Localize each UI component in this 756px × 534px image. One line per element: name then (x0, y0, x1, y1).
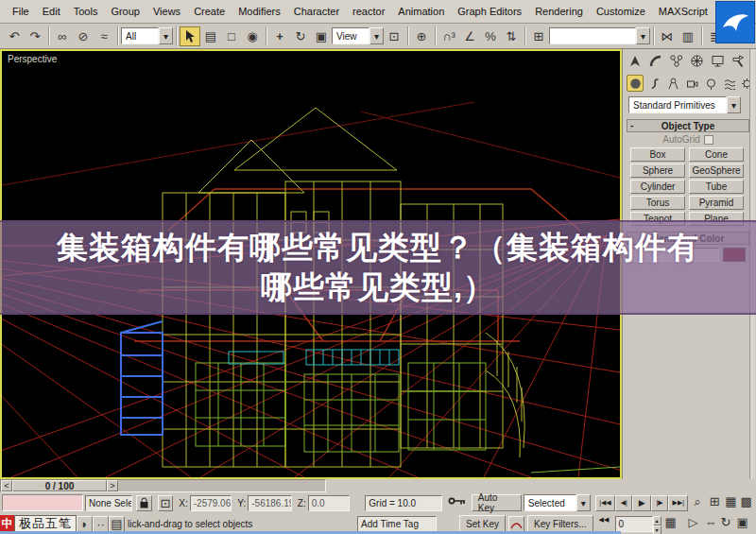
z-coordinate-field[interactable]: 0.0 (308, 495, 351, 511)
default-tangent-icon[interactable] (508, 516, 524, 532)
primitive-tube-button[interactable]: Tube (689, 180, 744, 194)
category-lights[interactable] (664, 75, 681, 92)
menu-maxscript[interactable]: MAXScript (652, 3, 714, 20)
primitive-pyramid-button[interactable]: Pyramid (689, 196, 744, 210)
key-filters-button[interactable]: Key Filters... (527, 515, 593, 532)
pan-icon[interactable]: ⇔ (705, 516, 721, 532)
chevron-down-icon[interactable]: ▾ (636, 27, 650, 44)
field-of-view-icon[interactable]: ▷ (689, 516, 705, 532)
tab-modify[interactable] (645, 51, 665, 70)
tab-display[interactable] (708, 51, 728, 70)
frame-forward-button[interactable]: > (107, 480, 118, 491)
spin-up-icon[interactable]: ▴ (653, 516, 662, 525)
ime-language-icon[interactable]: 中 (0, 515, 14, 533)
play-button[interactable]: ▶ (632, 495, 650, 511)
angle-snap-icon[interactable]: ∠ (459, 26, 480, 46)
add-time-tag[interactable]: Add Time Tag (357, 516, 437, 532)
spinner-snap-icon[interactable]: ⇅ (501, 26, 522, 46)
tab-utilities[interactable] (729, 51, 748, 70)
undo-icon[interactable]: ↶ (4, 26, 25, 46)
menu-reactor[interactable]: reactor (346, 3, 391, 20)
chevron-down-icon[interactable]: ▾ (369, 27, 384, 44)
scale-icon[interactable]: ▣ (311, 26, 332, 46)
menu-character[interactable]: Character (287, 3, 346, 20)
primitive-cone-button[interactable]: Cone (689, 147, 744, 162)
current-frame-field[interactable]: 0 (615, 516, 653, 532)
menu-modifiers[interactable]: Modifiers (232, 3, 287, 20)
select-object-button[interactable] (180, 26, 200, 46)
reference-coordinate-dropdown[interactable]: View ▾ (332, 27, 384, 44)
tab-create[interactable] (625, 51, 644, 70)
viewport-label[interactable]: Perspective (8, 54, 57, 64)
menu-file[interactable]: File (6, 3, 36, 20)
chevron-down-icon[interactable]: ▾ (576, 494, 591, 511)
zoom-icon[interactable]: ⌕ (694, 495, 709, 511)
menu-rendering[interactable]: Rendering (528, 3, 590, 20)
x-coordinate-field[interactable]: -2579.063 (190, 495, 232, 511)
move-icon[interactable]: + (269, 26, 290, 46)
ime-name-box[interactable]: 极品五笔 (14, 515, 77, 533)
ime-keyboard-icon[interactable]: ▤ (109, 516, 125, 532)
category-helpers[interactable] (702, 75, 719, 92)
absolute-offset-toggle[interactable]: ⊡ (158, 495, 173, 511)
circle-selection-region-icon[interactable]: ◉ (242, 26, 263, 46)
autogrid-checkbox[interactable] (704, 135, 713, 145)
zoom-extents-icon[interactable]: ▦ (725, 495, 740, 511)
primitive-torus-button[interactable]: Torus (630, 196, 685, 210)
category-spacewarps[interactable] (721, 75, 738, 92)
bind-spacewarp-icon[interactable]: ≈ (94, 26, 114, 46)
menu-create[interactable]: Create (187, 3, 232, 20)
key-mode-toggle-icon[interactable]: ◀◀ (599, 516, 615, 532)
bird-app-icon[interactable] (715, 1, 755, 43)
key-selection-dropdown[interactable]: Selected ▾ (524, 494, 591, 511)
tab-motion[interactable] (687, 51, 707, 70)
set-key-icon[interactable] (448, 495, 468, 511)
selection-lock-icon[interactable] (136, 495, 151, 511)
zoom-all-icon[interactable]: ⊞ (710, 495, 725, 511)
menu-tools[interactable]: Tools (67, 3, 105, 20)
redo-icon[interactable]: ↷ (25, 26, 45, 46)
time-configuration-icon[interactable]: ▦ (665, 516, 681, 532)
chevron-down-icon[interactable]: ▾ (727, 96, 741, 113)
mirror-icon[interactable]: ⋈ (657, 26, 678, 46)
select-manipulate-icon[interactable]: ⊕ (411, 26, 432, 46)
primitive-box-button[interactable]: Box (630, 147, 685, 162)
next-frame-button[interactable]: |▶ (651, 495, 668, 511)
primitive-geosphere-button[interactable]: GeoSphere (689, 164, 744, 178)
time-slider-handle[interactable]: 0 / 100 (12, 480, 107, 491)
menu-customize[interactable]: Customize (590, 3, 652, 20)
ime-punctuation-icon[interactable]: ·· (93, 516, 109, 532)
maxscript-mini-listener[interactable] (2, 494, 83, 511)
frame-spinner[interactable]: ▴ ▾ (653, 516, 662, 532)
previous-frame-button[interactable]: ◀| (615, 495, 632, 511)
percent-snap-icon[interactable]: % (480, 26, 501, 46)
object-type-rollout-header[interactable]: - Object Type (627, 119, 749, 132)
primitive-cylinder-button[interactable]: Cylinder (630, 180, 685, 194)
menu-group[interactable]: Group (104, 3, 146, 20)
menu-edit[interactable]: Edit (36, 3, 67, 20)
menu-animation[interactable]: Animation (391, 3, 451, 20)
align-icon[interactable]: ▥ (678, 26, 698, 46)
auto-key-button[interactable]: Auto Key (472, 494, 522, 511)
frame-back-button[interactable]: < (1, 480, 12, 491)
select-by-name-icon[interactable]: ▤ (200, 26, 221, 46)
unlink-icon[interactable]: ⊘ (73, 26, 94, 46)
go-to-start-button[interactable]: |◀◀ (595, 495, 615, 511)
select-link-icon[interactable]: ∞ (52, 26, 73, 46)
zoom-extents-all-icon[interactable]: ▩ (741, 495, 756, 511)
tab-hierarchy[interactable] (666, 51, 686, 70)
ime-fullwidth-icon[interactable]: ◗ (77, 516, 93, 532)
rotate-icon[interactable]: ↻ (290, 26, 311, 46)
named-selection-dropdown[interactable]: ▾ (549, 27, 650, 44)
category-cameras[interactable] (683, 75, 700, 92)
menu-views[interactable]: Views (146, 3, 187, 20)
rect-selection-region-icon[interactable]: □ (221, 26, 242, 46)
spin-down-icon[interactable]: ▾ (653, 525, 662, 534)
y-coordinate-field[interactable]: -56186.199 (248, 495, 292, 511)
category-geometry[interactable] (627, 75, 644, 92)
selection-filter-dropdown[interactable]: All ▾ (121, 27, 173, 44)
set-key-button[interactable]: Set Key (459, 515, 506, 532)
chevron-down-icon[interactable]: ▾ (159, 27, 173, 44)
go-to-end-button[interactable]: ▶▶| (668, 495, 688, 511)
arc-rotate-icon[interactable]: ↻ (721, 516, 737, 532)
